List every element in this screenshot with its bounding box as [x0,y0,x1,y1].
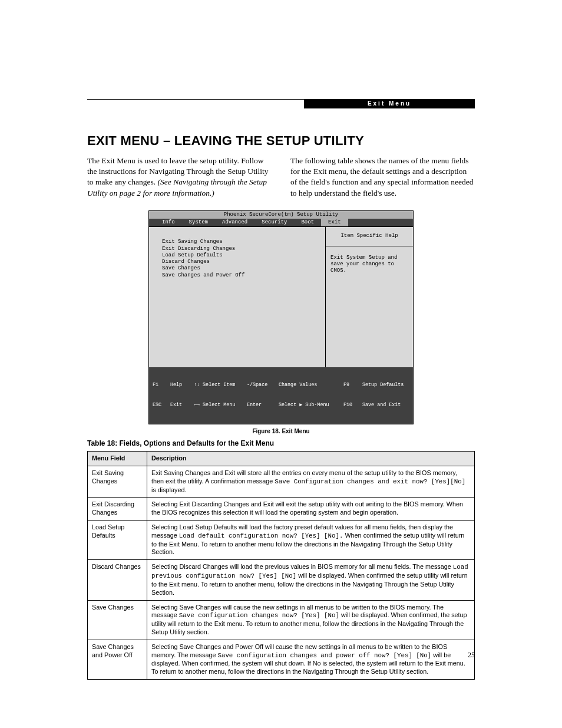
cell-field: Exit Saving Changes [88,466,147,497]
mono-text: Save Configuration changes and exit now?… [275,478,465,485]
bios-key-label: Save and Exit [362,402,409,409]
bios-key: F9 [343,382,362,388]
cell-desc: Selecting Discard Changes will load the … [147,560,475,600]
bios-key-label: Select ▶ Sub-Menu [279,402,343,409]
bios-help-title: Item Specific Help [326,227,413,246]
table-row: Load Setup DefaultsSelecting Load Setup … [88,521,475,560]
bios-item: Load Setup Defaults [162,252,319,259]
page-number: 25 [468,651,475,660]
table-row: Discard ChangesSelecting Discard Changes… [88,560,475,600]
cell-field: Save Changes [88,600,147,640]
mono-text: Save configuration changes and power off… [217,652,431,659]
bios-item: Exit Discarding Changes [162,246,319,252]
bios-tab-info: Info [155,219,182,226]
cell-field: Save Changes and Power Off [88,640,147,679]
bios-tabbar: Info System Advanced Security Boot Exit [149,219,413,226]
col-header-desc: Description [147,452,475,466]
fields-table: Menu Field Description Exit Saving Chang… [87,451,475,680]
bios-help-body: Exit System Setup and save your changes … [326,246,413,283]
cell-field: Exit Discarding Changes [88,498,147,521]
bios-item: Exit Saving Changes [162,239,319,245]
col-header-field: Menu Field [88,452,147,466]
bios-key: F10 [343,402,362,409]
cell-desc: Selecting Load Setup Defaults will load … [147,521,475,560]
mono-text: Load default configuration now? [Yes] [N… [179,532,343,539]
bios-tab-boot: Boot [294,219,321,226]
mono-text: Save configuration changes now? [Yes] [N… [179,612,339,619]
bios-key-label: Help [170,382,194,388]
bios-key: F1 [153,382,170,388]
page-title: EXIT MENU – LEAVING THE SETUP UTILITY [87,133,475,149]
bios-title: Phoenix SecureCore(tm) Setup Utility [149,211,413,219]
table-row: Exit Saving ChangesExit Saving Changes a… [88,466,475,497]
bios-key: -/Space [247,382,279,388]
figure-caption: Figure 18. Exit Menu [87,428,475,434]
bios-key-label: ↑↓ Select Item [194,382,247,388]
bios-tab-advanced: Advanced [215,219,254,226]
cell-desc: Selecting Save Changes will cause the ne… [147,600,475,640]
intro-left: The Exit Menu is used to leave the setup… [87,156,272,199]
intro-right: The following table shows the names of t… [290,156,475,199]
cell-desc: Selecting Save Changes and Power Off wil… [147,640,475,679]
cell-field: Load Setup Defaults [88,521,147,560]
bios-key-label: Change Values [279,382,343,388]
bios-menu-list: Exit Saving Changes Exit Discarding Chan… [149,227,326,367]
cell-field: Discard Changes [88,560,147,600]
cell-desc: Selecting Exit Discarding Changes and Ex… [147,498,475,521]
table-row: Exit Discarding ChangesSelecting Exit Di… [88,498,475,521]
bios-tab-security: Security [254,219,294,226]
bios-key-label: Exit [170,402,194,409]
table-row: Save Changes and Power OffSelecting Save… [88,640,475,679]
bios-key: Enter [247,402,279,409]
cell-desc: Exit Saving Changes and Exit will store … [147,466,475,497]
bios-key-label: Setup Defaults [362,382,409,388]
bios-screenshot: Phoenix SecureCore(tm) Setup Utility Inf… [148,210,414,424]
table-caption: Table 18: Fields, Options and Defaults f… [87,439,475,447]
bios-footer: F1 Help ↑↓ Select Item -/Space Change Va… [149,367,413,424]
bios-item: Save Changes [162,265,319,272]
bios-tab-exit: Exit [321,219,348,226]
mono-text: Load previous configuration now? [Yes] [… [151,564,468,579]
section-tab: Exit Menu [304,99,475,108]
table-row: Save ChangesSelecting Save Changes will … [88,600,475,640]
bios-item: Save Changes and Power Off [162,272,319,279]
bios-tab-system: System [182,219,215,226]
bios-item: Discard Changes [162,259,319,265]
bios-key-label: ←→ Select Menu [194,402,247,409]
bios-key: ESC [153,402,170,409]
